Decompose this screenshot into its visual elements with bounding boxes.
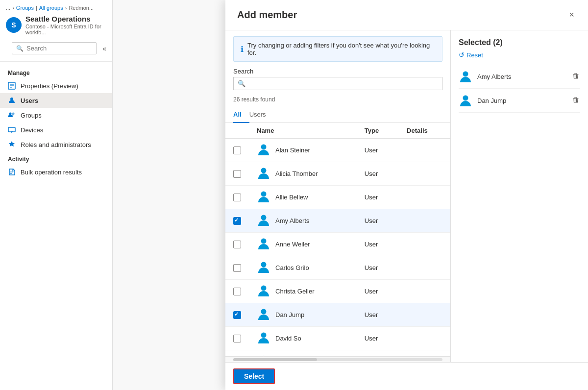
breadcrumb-separator: › (12, 5, 14, 11)
reset-icon: ↺ (459, 51, 465, 59)
col-details: Details (399, 123, 450, 139)
user-type: User (357, 327, 399, 350)
table-row[interactable]: Diane PrescottUser (225, 350, 450, 357)
groups-icon (8, 111, 16, 119)
table-row[interactable]: David SoUser (225, 327, 450, 350)
svg-point-15 (261, 215, 267, 220)
tabs: All Users (225, 107, 450, 123)
user-name: Amy Alberts (275, 217, 309, 224)
breadcrumb-all-groups[interactable]: All groups (39, 5, 63, 11)
row-checkbox[interactable] (233, 217, 241, 225)
user-type: User (357, 280, 399, 303)
user-type: User (357, 162, 399, 186)
breadcrumb-groups[interactable]: Groups (16, 5, 34, 11)
row-checkbox[interactable] (233, 194, 241, 201)
user-type: User (357, 256, 399, 280)
modal-close-button[interactable]: × (567, 8, 576, 22)
org-info: Seattle Operations Contoso - Microsoft E… (25, 15, 106, 35)
users-icon (8, 97, 16, 104)
svg-point-18 (261, 286, 267, 291)
row-checkbox[interactable] (233, 288, 241, 295)
name-cell: David So (257, 331, 349, 346)
name-cell: Anne Weiler (257, 237, 349, 252)
reset-button[interactable]: ↺ Reset (459, 51, 580, 59)
user-name: Anne Weiler (275, 241, 310, 248)
sidebar-nav: Manage Properties (Preview) Users Groups (0, 62, 112, 390)
table-row[interactable]: Alicia ThomberUser (225, 162, 450, 186)
member-search-input[interactable] (248, 80, 438, 87)
row-checkbox[interactable] (233, 264, 241, 272)
sidebar-item-properties-label: Properties (Preview) (21, 82, 78, 90)
sidebar-item-groups[interactable]: Groups (0, 108, 112, 122)
row-checkbox[interactable] (233, 146, 241, 154)
row-checkbox[interactable] (233, 241, 241, 248)
col-name: Name (249, 123, 357, 139)
delete-amy-button[interactable] (571, 72, 580, 82)
properties-icon (8, 82, 16, 90)
reset-label: Reset (466, 51, 483, 59)
svg-point-21 (261, 356, 267, 357)
user-type: User (357, 186, 399, 209)
main-content: Add member × ℹ Try changing or adding fi… (113, 0, 588, 390)
table-row[interactable]: Dan JumpUser (225, 303, 450, 327)
col-type: Type (357, 123, 399, 139)
sidebar-search-box[interactable]: 🔍 (12, 42, 97, 54)
sidebar-item-users-label: Users (21, 97, 38, 104)
table-row[interactable]: Anne WeilerUser (225, 233, 450, 256)
name-cell: Christa Geller (257, 284, 349, 299)
svg-point-16 (261, 239, 267, 244)
selected-avatar-amy (459, 70, 472, 83)
search-section: Search 🔍 (225, 68, 450, 94)
user-avatar-icon (257, 284, 270, 299)
user-details (399, 139, 450, 162)
table-row[interactable]: Carlos GriloUser (225, 256, 450, 280)
sidebar-header: ... › Groups | All groups › Redmon... S … (0, 0, 112, 62)
row-checkbox[interactable] (233, 335, 241, 342)
sidebar-item-devices[interactable]: Devices (0, 122, 112, 137)
collapse-icon[interactable]: « (102, 45, 106, 52)
user-avatar-icon (257, 190, 270, 205)
user-name: Christa Geller (275, 288, 314, 295)
svg-point-20 (261, 333, 267, 338)
col-checkbox (225, 123, 249, 139)
tab-users[interactable]: Users (249, 107, 274, 123)
svg-rect-7 (8, 127, 15, 132)
svg-point-23 (463, 72, 468, 77)
table-row[interactable]: Christa GellerUser (225, 280, 450, 303)
table-row[interactable]: Alan SteinerUser (225, 139, 450, 162)
sidebar-item-roles[interactable]: Roles and administrators (0, 137, 112, 152)
horizontal-scroll[interactable] (225, 356, 450, 362)
user-details (399, 233, 450, 256)
svg-point-12 (261, 145, 267, 150)
user-avatar-icon (257, 307, 270, 322)
tab-all[interactable]: All (233, 107, 249, 123)
devices-icon (8, 126, 16, 134)
sidebar-search-input[interactable] (26, 45, 92, 52)
bulk-icon (8, 168, 16, 176)
user-avatar-icon (257, 237, 270, 252)
app-container: ... › Groups | All groups › Redmon... S … (0, 0, 588, 390)
user-name: David So (275, 335, 301, 342)
sidebar-item-users[interactable]: Users (0, 93, 112, 108)
select-button[interactable]: Select (233, 368, 275, 384)
row-checkbox[interactable] (233, 170, 241, 178)
modal-header: Add member × (225, 0, 588, 30)
left-panel: ℹ Try changing or adding filters if you … (225, 30, 451, 362)
row-checkbox[interactable] (233, 311, 241, 319)
add-member-modal: Add member × ℹ Try changing or adding fi… (225, 0, 588, 390)
selected-item-amy-name: Amy Alberts (477, 73, 566, 80)
info-banner-text: Try changing or adding filters if you do… (247, 42, 435, 56)
user-name: Carlos Grilo (275, 264, 309, 271)
table-row[interactable]: Amy AlbertsUser (225, 209, 450, 233)
modal-body: ℹ Try changing or adding filters if you … (225, 30, 588, 362)
user-details (399, 209, 450, 233)
sidebar-item-bulk[interactable]: Bulk operation results (0, 165, 112, 179)
user-table-container: Name Type Details Alan SteinerUserAlicia… (225, 123, 450, 356)
sidebar-item-properties[interactable]: Properties (Preview) (0, 78, 112, 93)
modal-footer: Select (225, 362, 588, 390)
user-type: User (357, 139, 399, 162)
delete-dan-button[interactable] (571, 96, 580, 106)
table-row[interactable]: Allie BellewUser (225, 186, 450, 209)
user-avatar-icon (257, 213, 270, 228)
svg-point-6 (12, 113, 15, 115)
